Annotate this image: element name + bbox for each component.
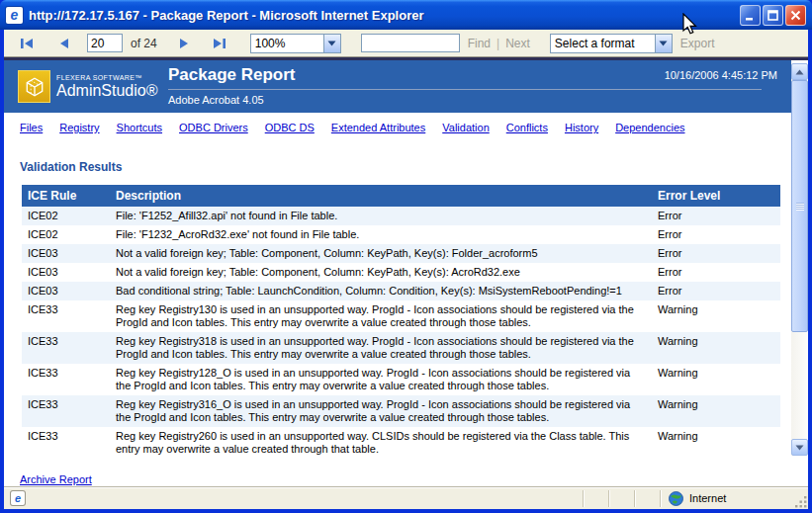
previous-page-button[interactable] <box>53 34 75 53</box>
cell-desc: Not a valid foreign key; Table: Componen… <box>108 244 652 263</box>
cell-level: Warning <box>652 332 780 364</box>
close-button[interactable] <box>785 5 806 26</box>
nav-link-files[interactable]: Files <box>20 122 43 133</box>
table-row: ICE33Reg key Registry260 is used in an u… <box>22 427 780 459</box>
cell-rule: ICE02 <box>22 225 108 244</box>
cell-rule: ICE02 <box>22 207 108 225</box>
first-page-icon <box>20 38 34 49</box>
nav-link-dependencies[interactable]: Dependencies <box>615 122 684 133</box>
scroll-down-button[interactable] <box>791 439 808 456</box>
minimize-button[interactable] <box>740 5 761 26</box>
status-panel <box>609 490 635 507</box>
previous-page-icon <box>59 38 69 49</box>
status-panel <box>584 490 609 507</box>
cell-level: Warning <box>652 364 780 395</box>
scroll-up-button[interactable] <box>791 63 808 80</box>
cell-desc: Reg key Registry130 is used in an unsupp… <box>108 300 652 332</box>
cell-level: Warning <box>652 395 780 427</box>
section-title: Validation Results <box>20 160 791 174</box>
cell-level: Error <box>652 282 780 300</box>
export-button[interactable]: Export <box>680 37 715 50</box>
nav-link-conflicts[interactable]: Conflicts <box>506 122 548 133</box>
cell-desc: Not a valid foreign key; Table: Componen… <box>108 263 652 282</box>
window-title: http://172.17.5.167 - Package Report - M… <box>29 8 740 23</box>
maximize-icon <box>767 10 778 21</box>
nav-link-history[interactable]: History <box>565 122 598 133</box>
minimize-icon <box>745 10 756 21</box>
report-nav: FilesRegistryShortcutsODBC DriversODBC D… <box>4 113 791 133</box>
security-zone-panel: Internet <box>661 490 792 507</box>
browser-window: e http://172.17.5.167 - Package Report -… <box>0 0 812 513</box>
cell-rule: ICE33 <box>22 300 108 332</box>
cell-level: Error <box>652 263 780 282</box>
nav-link-odbc-ds[interactable]: ODBC DS <box>265 122 315 133</box>
next-page-button[interactable] <box>173 34 195 53</box>
globe-icon <box>669 491 683 506</box>
cell-level: Warning <box>652 427 780 459</box>
brand-name-label: AdminStudio® <box>56 82 158 100</box>
chevron-down-icon <box>323 35 340 52</box>
cell-rule: ICE03 <box>22 282 108 300</box>
zoom-value: 100% <box>251 37 323 50</box>
table-row: ICE03Bad conditional string; Table: Laun… <box>22 282 780 300</box>
cell-level: Error <box>652 225 780 244</box>
cell-rule: ICE33 <box>22 364 108 395</box>
table-row: ICE02File: 'F1252_Afill32.api' not found… <box>22 207 780 225</box>
report-timestamp: 10/16/2006 4:45:12 PM <box>665 69 777 81</box>
validation-table-body: ICE02File: 'F1252_Afill32.api' not found… <box>22 207 780 459</box>
page-count-label: of 24 <box>131 37 157 50</box>
adminstudio-logo: FLEXERA SOFTWARE™ AdminStudio® <box>18 70 168 103</box>
find-text-input[interactable] <box>361 34 460 52</box>
resize-grip[interactable] <box>792 493 808 509</box>
security-zone-label: Internet <box>689 492 726 504</box>
chevron-up-icon <box>795 69 804 75</box>
nav-link-extended-attributes[interactable]: Extended Attributes <box>331 122 425 133</box>
last-page-button[interactable] <box>209 34 230 53</box>
report-page: FLEXERA SOFTWARE™ AdminStudio® Package R… <box>4 60 791 486</box>
export-format-select[interactable]: Select a format <box>550 34 673 53</box>
table-row: ICE02File: 'F1232_AcroRd32.exe' not foun… <box>22 225 780 244</box>
cell-rule: ICE03 <box>22 263 108 282</box>
cell-desc: File: 'F1252_Afill32.api' not found in F… <box>108 207 652 225</box>
browser-viewport: FLEXERA SOFTWARE™ AdminStudio® Package R… <box>4 57 808 486</box>
banner-divider <box>168 89 762 90</box>
maximize-button[interactable] <box>763 5 783 26</box>
cell-level: Error <box>652 207 780 225</box>
cell-desc: Reg key Registry316_O is used in an unsu… <box>108 395 652 427</box>
column-header-ice-rule: ICE Rule <box>22 185 108 207</box>
find-button[interactable]: Find <box>468 37 491 50</box>
report-toolbar: of 24 100% Find | Next Select a format E… <box>4 30 808 57</box>
page-number-input[interactable] <box>87 34 123 52</box>
title-bar: e http://172.17.5.167 - Package Report -… <box>0 0 812 30</box>
brand-top-label: FLEXERA SOFTWARE™ <box>56 74 158 81</box>
cell-desc: Reg key Registry128_O is used in an unsu… <box>108 364 652 395</box>
cell-rule: ICE33 <box>22 427 108 459</box>
column-header-error-level: Error Level <box>652 185 780 207</box>
cell-level: Warning <box>652 300 780 332</box>
nav-link-shortcuts[interactable]: Shortcuts <box>117 122 162 133</box>
chevron-down-icon <box>655 35 672 52</box>
close-icon <box>790 10 801 21</box>
find-next-button[interactable]: Next <box>505 37 530 50</box>
scrollbar-grip <box>796 202 804 211</box>
scrollbar-thumb[interactable] <box>791 80 808 332</box>
cell-desc: Bad conditional string; Table: LaunchCon… <box>108 282 652 300</box>
cell-rule: ICE03 <box>22 244 108 263</box>
zoom-select[interactable]: 100% <box>250 34 341 53</box>
cell-desc: File: 'F1232_AcroRd32.exe' not found in … <box>108 225 652 244</box>
cell-rule: ICE33 <box>22 332 108 364</box>
table-row: ICE03Not a valid foreign key; Table: Com… <box>22 263 780 282</box>
nav-link-validation[interactable]: Validation <box>442 122 490 133</box>
status-document-icon: e <box>4 490 32 507</box>
first-page-button[interactable] <box>16 34 38 53</box>
validation-results-table: ICE Rule Description Error Level ICE02Fi… <box>22 185 780 459</box>
nav-link-registry[interactable]: Registry <box>59 122 99 133</box>
nav-link-odbc-drivers[interactable]: ODBC Drivers <box>179 122 248 133</box>
next-page-icon <box>179 38 189 49</box>
archive-report-link[interactable]: Archive Report <box>20 473 92 485</box>
cell-rule: ICE33 <box>22 395 108 427</box>
vertical-scrollbar[interactable] <box>791 63 808 456</box>
cell-desc: Reg key Registry260 is used in an unsupp… <box>108 427 652 459</box>
cell-level: Error <box>652 244 780 263</box>
find-next-separator: | <box>496 37 499 50</box>
